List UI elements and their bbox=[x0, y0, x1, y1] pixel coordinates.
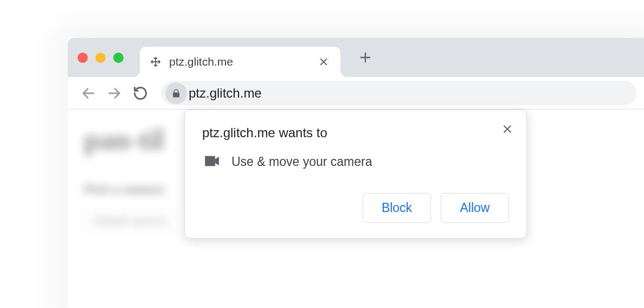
permission-prompt: ptz.glitch.me wants to Use & move your c… bbox=[184, 110, 527, 239]
prompt-buttons: Block Allow bbox=[202, 193, 509, 223]
tab-bar: ptz.glitch.me bbox=[68, 38, 644, 77]
url-text: ptz.glitch.me bbox=[189, 86, 262, 101]
back-button[interactable] bbox=[75, 80, 101, 106]
lock-icon[interactable] bbox=[165, 82, 187, 104]
page-content: pan-til Pick a camera Default camera ptz… bbox=[68, 110, 644, 308]
permission-row: Use & move your camera bbox=[202, 155, 509, 169]
browser-window: ptz.glitch.me bbox=[68, 38, 644, 308]
prompt-close-button[interactable] bbox=[499, 121, 516, 137]
prompt-title: ptz.glitch.me wants to bbox=[202, 125, 509, 140]
address-bar[interactable]: ptz.glitch.me bbox=[161, 81, 636, 105]
svg-rect-0 bbox=[205, 156, 215, 166]
window-minimize-button[interactable] bbox=[95, 53, 106, 63]
block-button[interactable]: Block bbox=[363, 193, 431, 223]
new-tab-button[interactable] bbox=[355, 47, 376, 68]
camera-select[interactable]: Default camera bbox=[84, 209, 176, 233]
forward-button[interactable] bbox=[101, 80, 127, 106]
tab-close-button[interactable] bbox=[317, 55, 331, 69]
window-close-button[interactable] bbox=[78, 53, 88, 63]
permission-text: Use & move your camera bbox=[231, 155, 372, 169]
move-icon bbox=[150, 56, 162, 68]
toolbar: ptz.glitch.me bbox=[68, 77, 644, 110]
window-controls bbox=[78, 53, 124, 63]
allow-button[interactable]: Allow bbox=[441, 193, 509, 223]
browser-tab[interactable]: ptz.glitch.me bbox=[140, 47, 340, 77]
reload-button[interactable] bbox=[127, 80, 153, 106]
tab-title: ptz.glitch.me bbox=[169, 55, 317, 68]
window-maximize-button[interactable] bbox=[113, 53, 124, 63]
camera-icon bbox=[204, 155, 220, 169]
